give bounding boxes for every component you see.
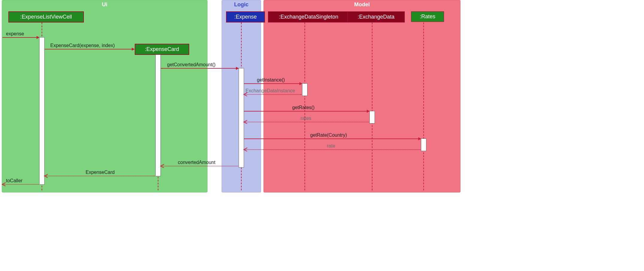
lifeline-rates: :Rates bbox=[411, 11, 444, 22]
msg-label: ExpenseCard bbox=[86, 170, 115, 175]
sequence-diagram: Ui Logic Model :ExpenseListViewCell :Exp… bbox=[0, 0, 462, 195]
lifeline-label: :ExchangeData bbox=[357, 14, 394, 20]
msg-label: expense bbox=[6, 31, 24, 37]
msg-line-return bbox=[245, 122, 369, 122]
msg-line-return bbox=[46, 176, 155, 176]
msg-label: getInstance() bbox=[257, 77, 285, 83]
lifeline-label: :ExchangeDataSingleton bbox=[279, 14, 338, 20]
lifeline-expense: :Expense bbox=[226, 11, 265, 22]
msg-line bbox=[244, 138, 420, 139]
dash-line bbox=[423, 22, 424, 190]
lifeline-label: :ExpenseListViewCell bbox=[20, 14, 72, 20]
lifeline-label: :Rates bbox=[420, 13, 435, 19]
dash-line bbox=[372, 22, 372, 190]
msg-label: ExchangeDataInstance bbox=[246, 88, 295, 94]
partition-model: Model bbox=[263, 0, 460, 192]
msg-line-return bbox=[245, 149, 420, 150]
msg-label: rate bbox=[327, 143, 335, 149]
msg-label: getRates() bbox=[292, 105, 315, 110]
msg-label: rates bbox=[301, 116, 311, 121]
lifeline-label: :ExpenseCard bbox=[145, 46, 179, 52]
lifeline-expense-card: :ExpenseCard bbox=[135, 44, 189, 55]
partition-model-title: Model bbox=[264, 1, 460, 8]
msg-label: ExpenseCard(expense, index) bbox=[50, 43, 115, 48]
activation-exchange-data-singleton bbox=[302, 83, 307, 96]
msg-line-return bbox=[162, 166, 238, 166]
msg-line bbox=[2, 37, 38, 38]
msg-line-return bbox=[245, 94, 301, 95]
activation-expense-card bbox=[155, 55, 161, 176]
msg-label: toCaller bbox=[6, 178, 22, 183]
activation-expense bbox=[239, 68, 244, 168]
activation-rates bbox=[421, 138, 426, 151]
msg-label: getConvertedAmount() bbox=[167, 62, 216, 67]
partition-logic-title: Logic bbox=[222, 1, 261, 8]
lifeline-exchange-data: :ExchangeData bbox=[347, 11, 405, 22]
partition-ui-title: Ui bbox=[2, 1, 207, 8]
msg-line-return bbox=[4, 184, 39, 185]
msg-line bbox=[161, 68, 237, 69]
msg-label: getRate(Country) bbox=[310, 133, 347, 138]
lifeline-expense-list-view-cell: :ExpenseListViewCell bbox=[8, 11, 84, 22]
activation-exchange-data bbox=[369, 111, 375, 124]
lifeline-label: :Expense bbox=[234, 14, 257, 20]
partition-ui: Ui bbox=[2, 0, 207, 192]
msg-line bbox=[244, 111, 368, 112]
activation-expense-list-view-cell bbox=[39, 37, 45, 185]
lifeline-exchange-data-singleton: :ExchangeDataSingleton bbox=[268, 11, 349, 22]
msg-line bbox=[244, 83, 301, 84]
msg-label: convertedAmount bbox=[178, 160, 215, 165]
msg-line bbox=[45, 49, 133, 49]
